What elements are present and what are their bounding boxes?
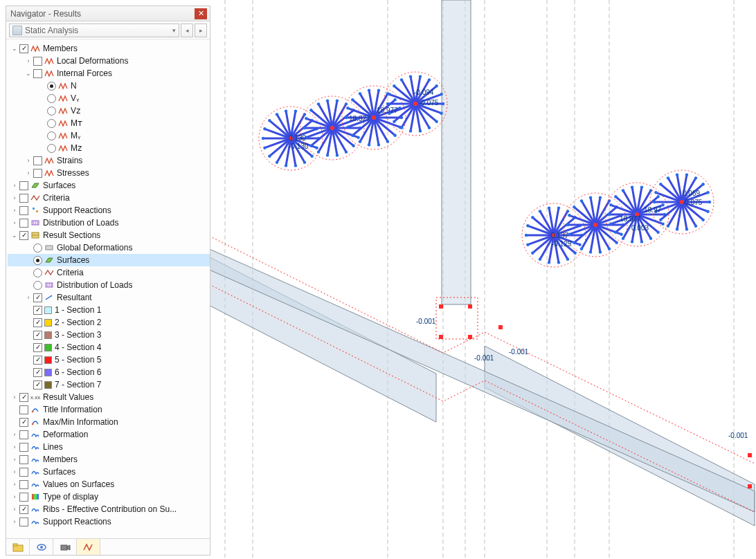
tree-checkbox[interactable] xyxy=(19,418,28,427)
analysis-type-dropdown[interactable]: Static Analysis ▾ xyxy=(9,24,179,37)
tree-item[interactable]: Mᴛ xyxy=(8,117,210,129)
tree-checkbox[interactable] xyxy=(19,430,28,439)
caret-closed-icon[interactable]: › xyxy=(10,219,19,227)
caret-closed-icon[interactable]: › xyxy=(24,169,33,177)
tree-item[interactable]: ›Type of display xyxy=(8,491,210,503)
tree-item[interactable]: Vᵧ xyxy=(8,92,210,104)
tree-checkbox[interactable] xyxy=(33,368,42,377)
tree-radio[interactable] xyxy=(47,131,56,140)
tree-item[interactable]: ›Support Reactions xyxy=(8,515,210,528)
tree-checkbox[interactable] xyxy=(19,181,28,190)
tree-checkbox[interactable] xyxy=(33,318,42,327)
tree-item[interactable]: ⌄Result Sections xyxy=(8,229,210,241)
results-tree[interactable]: ⌄Members›Local Deformations⌄Internal For… xyxy=(6,39,210,538)
tree-checkbox[interactable] xyxy=(33,293,42,302)
tree-checkbox[interactable] xyxy=(19,493,28,502)
tab-results[interactable] xyxy=(77,539,100,555)
tree-checkbox[interactable] xyxy=(33,343,42,352)
tree-radio[interactable] xyxy=(33,244,42,253)
caret-closed-icon[interactable]: › xyxy=(10,393,19,401)
nav-next-button[interactable]: ▸ xyxy=(195,24,207,37)
tree-checkbox[interactable] xyxy=(19,206,28,215)
tree-checkbox[interactable] xyxy=(19,505,28,514)
tree-item[interactable]: Mᵧ xyxy=(8,129,210,142)
tree-checkbox[interactable] xyxy=(33,69,42,78)
caret-open-icon[interactable]: ⌄ xyxy=(10,231,19,239)
caret-closed-icon[interactable]: › xyxy=(10,455,19,464)
tree-item[interactable]: Mᴢ xyxy=(8,142,210,154)
tree-item[interactable]: 5 - Section 5 xyxy=(8,354,210,366)
caret-closed-icon[interactable]: › xyxy=(10,194,19,202)
tree-radio[interactable] xyxy=(47,82,56,91)
tree-radio[interactable] xyxy=(47,144,56,153)
tree-checkbox[interactable] xyxy=(19,194,28,203)
caret-closed-icon[interactable]: › xyxy=(24,57,33,65)
tree-checkbox[interactable] xyxy=(19,393,28,402)
caret-closed-icon[interactable]: › xyxy=(24,293,33,302)
tree-checkbox[interactable] xyxy=(33,57,42,66)
tree-radio[interactable] xyxy=(33,268,42,277)
caret-closed-icon[interactable]: › xyxy=(10,430,19,439)
tree-checkbox[interactable] xyxy=(19,455,28,464)
tree-checkbox[interactable] xyxy=(19,231,28,240)
caret-closed-icon[interactable]: › xyxy=(10,443,19,451)
tree-item[interactable]: 6 - Section 6 xyxy=(8,366,210,378)
tree-item[interactable]: ⌄Internal Forces xyxy=(8,67,210,80)
close-button[interactable]: ✕ xyxy=(195,8,207,19)
tree-item[interactable]: Surfaces xyxy=(8,254,210,266)
caret-closed-icon[interactable]: › xyxy=(10,206,19,214)
tree-item[interactable]: Criteria xyxy=(8,266,210,279)
tree-radio[interactable] xyxy=(47,107,56,116)
tree-item[interactable]: 1 - Section 1 xyxy=(8,304,210,316)
tree-item[interactable]: 2 - Section 2 xyxy=(8,316,210,329)
tree-item[interactable]: 4 - Section 4 xyxy=(8,341,210,354)
tree-item[interactable]: ›Surfaces xyxy=(8,466,210,478)
caret-closed-icon[interactable]: › xyxy=(10,493,19,501)
tree-checkbox[interactable] xyxy=(19,517,28,526)
tree-radio[interactable] xyxy=(33,256,42,265)
tab-data[interactable] xyxy=(6,539,30,555)
tree-item[interactable]: Max/Min Information xyxy=(8,416,210,428)
tree-item[interactable]: ⌄Members xyxy=(8,42,210,55)
tree-checkbox[interactable] xyxy=(19,405,28,414)
tree-item[interactable]: Distribution of Loads xyxy=(8,279,210,291)
tab-display[interactable] xyxy=(30,539,53,555)
tree-radio[interactable] xyxy=(47,119,56,128)
caret-closed-icon[interactable]: › xyxy=(10,505,19,513)
tree-item[interactable]: ›x.xxResult Values xyxy=(8,391,210,403)
tree-item[interactable]: ›Deformation xyxy=(8,428,210,441)
tree-checkbox[interactable] xyxy=(33,306,42,315)
tree-item[interactable]: ›Lines xyxy=(8,441,210,453)
tree-item[interactable]: Title Information xyxy=(8,403,210,416)
tree-item[interactable]: ›Surfaces xyxy=(8,179,210,192)
tree-item[interactable]: ›Resultant xyxy=(8,291,210,304)
tree-checkbox[interactable] xyxy=(33,169,42,178)
tree-checkbox[interactable] xyxy=(33,356,42,365)
tree-item[interactable]: ›Local Deformations xyxy=(8,55,210,67)
tree-radio[interactable] xyxy=(47,94,56,103)
tree-checkbox[interactable] xyxy=(19,44,28,53)
tree-item[interactable]: 3 - Section 3 xyxy=(8,329,210,341)
tree-item[interactable]: ›Distribution of Loads xyxy=(8,217,210,229)
tab-views[interactable] xyxy=(53,539,77,555)
tree-checkbox[interactable] xyxy=(33,331,42,340)
tree-item[interactable]: ›Strains xyxy=(8,154,210,167)
tree-radio[interactable] xyxy=(33,281,42,290)
tree-item[interactable]: ›Criteria xyxy=(8,192,210,204)
tree-item[interactable]: ›Values on Surfaces xyxy=(8,478,210,491)
caret-closed-icon[interactable]: › xyxy=(10,468,19,476)
tree-checkbox[interactable] xyxy=(19,219,28,228)
tree-checkbox[interactable] xyxy=(33,156,42,165)
tree-item[interactable]: N xyxy=(8,80,210,92)
tree-item[interactable]: 7 - Section 7 xyxy=(8,378,210,391)
caret-closed-icon[interactable]: › xyxy=(10,181,19,190)
caret-open-icon[interactable]: ⌄ xyxy=(24,69,33,77)
tree-item[interactable]: ›Support Reactions xyxy=(8,204,210,217)
tree-checkbox[interactable] xyxy=(33,381,42,390)
caret-closed-icon[interactable]: › xyxy=(24,156,33,165)
tree-checkbox[interactable] xyxy=(19,480,28,489)
tree-item[interactable]: ›Stresses xyxy=(8,167,210,179)
tree-item[interactable]: ›Ribs - Effective Contribution on Su... xyxy=(8,503,210,515)
tree-checkbox[interactable] xyxy=(19,468,28,477)
tree-item[interactable]: Vᴢ xyxy=(8,104,210,117)
